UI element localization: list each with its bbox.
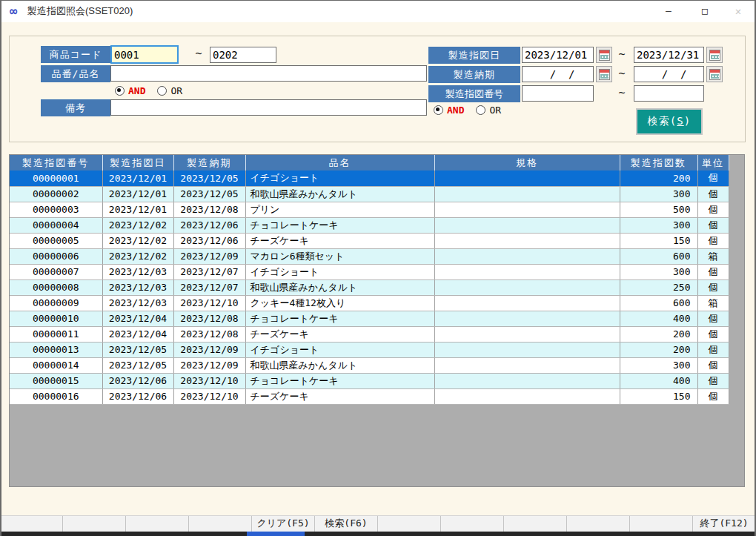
table-cell	[434, 311, 620, 326]
table-row[interactable]: 000000062023/12/022023/12/09マカロン6種類セット60…	[10, 248, 729, 264]
calendar-button[interactable]	[596, 47, 612, 63]
table-row[interactable]: 000000152023/12/062023/12/10チョコレートケーキ400…	[10, 373, 729, 388]
fkey-button[interactable]: クリア(F5)	[252, 516, 315, 532]
table-cell: 個	[697, 186, 729, 202]
table-cell: 00000013	[10, 342, 102, 357]
table-row[interactable]: 000000012023/12/012023/12/05イチゴショート200個	[10, 171, 729, 186]
table-cell: 300	[620, 186, 697, 202]
table-cell: チーズケーキ	[245, 326, 434, 342]
table-cell: チーズケーキ	[245, 233, 434, 248]
and-radio-2[interactable]	[434, 105, 443, 115]
table-row[interactable]: 000000032023/12/012023/12/08プリン500個	[10, 202, 729, 217]
order-table: 製造指図番号 製造指図日 製造納期 品名 規格 製造指図数 単位 0000000…	[10, 155, 729, 405]
fkey-cell	[378, 516, 441, 532]
table-cell	[434, 342, 620, 357]
table-cell	[434, 279, 620, 295]
window-border-top	[0, 0, 756, 1]
table-cell: 200	[620, 171, 697, 186]
or-radio-1[interactable]	[157, 86, 167, 96]
table-cell: マカロン6種類セット	[245, 248, 434, 264]
remarks-input[interactable]	[110, 99, 427, 116]
calendar-button[interactable]	[706, 66, 723, 82]
table-cell: 個	[697, 171, 729, 186]
table-row[interactable]: 000000072023/12/032023/12/07イチゴショート300個	[10, 264, 729, 279]
table-cell: 和歌山県産みかんタルト	[245, 186, 434, 202]
window-border-left	[0, 0, 1, 536]
maximize-button[interactable]: □	[689, 0, 721, 22]
close-button[interactable]: ✕	[722, 0, 755, 22]
delivery-date-to-input[interactable]	[634, 66, 704, 82]
table-cell: 2023/12/07	[173, 264, 245, 279]
table-cell: 個	[697, 233, 729, 248]
fkey-button[interactable]: 終了(F12)	[693, 516, 756, 532]
range-separator: ~	[190, 47, 208, 60]
table-row[interactable]: 000000042023/12/022023/12/06チョコレートケーキ300…	[10, 217, 729, 233]
part-name-label: 品番/品名	[41, 65, 110, 82]
table-cell: 400	[620, 373, 697, 388]
order-number-from-input[interactable]	[522, 85, 594, 102]
table-cell: 和歌山県産みかんタルト	[245, 357, 434, 373]
table-cell: イチゴショート	[245, 171, 434, 186]
table-cell: 2023/12/09	[173, 248, 245, 264]
table-cell: 個	[697, 311, 729, 326]
order-date-from-input[interactable]	[522, 47, 594, 63]
fkey-button[interactable]: 検索(F6)	[315, 516, 378, 532]
table-cell: クッキー4種12枚入り	[245, 295, 434, 311]
table-cell: 00000015	[10, 373, 102, 388]
order-date-to-input[interactable]	[634, 47, 704, 63]
logic-group-1: AND OR	[115, 85, 182, 96]
table-cell: 2023/12/10	[173, 388, 245, 404]
table-cell: 個	[697, 388, 729, 404]
or-radio-2[interactable]	[476, 105, 485, 115]
table-row[interactable]: 000000082023/12/032023/12/07和歌山県産みかんタルト2…	[10, 279, 729, 295]
calendar-button[interactable]	[706, 47, 723, 63]
part-name-input[interactable]	[110, 65, 427, 82]
table-cell: 00000014	[10, 357, 102, 373]
table-cell: 2023/12/08	[173, 202, 245, 217]
table-cell: 個	[697, 326, 729, 342]
table-row[interactable]: 000000052023/12/022023/12/06チーズケーキ150個	[10, 233, 729, 248]
table-cell	[434, 388, 620, 404]
table-cell: 個	[697, 357, 729, 373]
table-cell: 2023/12/05	[173, 171, 245, 186]
order-number-label: 製造指図番号	[428, 85, 520, 102]
order-number-to-input[interactable]	[634, 85, 704, 102]
table-cell: 200	[620, 342, 697, 357]
order-date-label: 製造指図日	[428, 47, 520, 64]
table-cell: チョコレートケーキ	[245, 311, 434, 326]
table-row[interactable]: 000000132023/12/052023/12/09イチゴショート200個	[10, 342, 729, 357]
app-window: ∞ 製造指図照会(SSET020) — □ ✕ 商品コード ~ 品番/品名 AN…	[0, 0, 756, 536]
table-row[interactable]: 000000112023/12/042023/12/08チーズケーキ200個	[10, 326, 729, 342]
table-cell: 600	[620, 295, 697, 311]
table-row[interactable]: 000000092023/12/032023/12/10クッキー4種12枚入り6…	[10, 295, 729, 311]
table-cell: 2023/12/10	[173, 373, 245, 388]
table-row[interactable]: 000000102023/12/042023/12/08チョコレートケーキ400…	[10, 311, 729, 326]
delivery-date-label: 製造納期	[428, 66, 520, 83]
range-separator: ~	[613, 86, 631, 99]
results-grid[interactable]: 製造指図番号 製造指図日 製造納期 品名 規格 製造指図数 単位 0000000…	[9, 154, 745, 487]
or-label-1: OR	[170, 85, 182, 96]
table-cell: 和歌山県産みかんタルト	[245, 279, 434, 295]
table-row[interactable]: 000000162023/12/062023/12/10チーズケーキ150個	[10, 388, 729, 404]
window-title: 製造指図照会(SSET020)	[27, 0, 133, 22]
table-cell: 00000016	[10, 388, 102, 404]
table-cell	[434, 217, 620, 233]
table-cell	[434, 326, 620, 342]
delivery-date-from-input[interactable]	[522, 66, 594, 82]
table-cell: 個	[697, 202, 729, 217]
and-radio-1[interactable]	[115, 86, 125, 96]
table-row[interactable]: 000000142023/12/052023/12/09和歌山県産みかんタルト3…	[10, 357, 729, 373]
product-code-from-input[interactable]	[110, 45, 179, 64]
product-code-to-input[interactable]	[210, 47, 276, 63]
table-cell: 200	[620, 326, 697, 342]
table-cell: 2023/12/03	[102, 295, 173, 311]
table-cell: 400	[620, 311, 697, 326]
table-cell: 2023/12/09	[173, 342, 245, 357]
table-row[interactable]: 000000022023/12/012023/12/05和歌山県産みかんタルト3…	[10, 186, 729, 202]
table-cell: 00000003	[10, 202, 102, 217]
minimize-button[interactable]: —	[652, 0, 685, 22]
col-spec: 規格	[434, 155, 620, 171]
calendar-button[interactable]	[596, 66, 612, 82]
table-cell: 2023/12/09	[173, 357, 245, 373]
search-button[interactable]: 検索(S)	[636, 108, 703, 135]
